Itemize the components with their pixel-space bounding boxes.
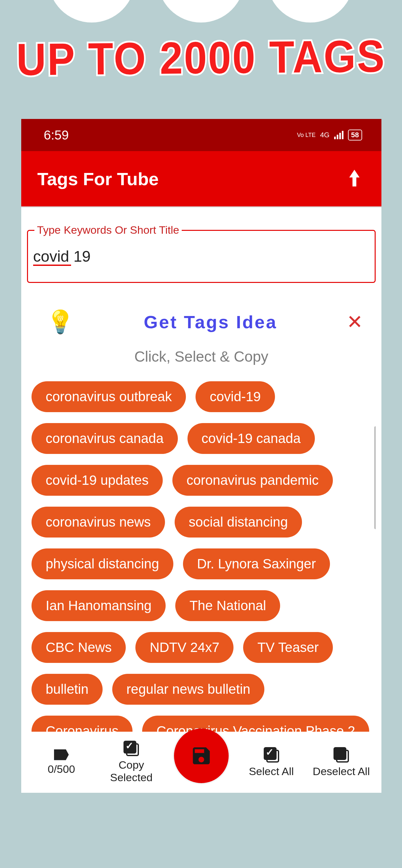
copy-selected-icon <box>123 741 139 756</box>
select-all-button[interactable]: Select All <box>236 747 307 778</box>
counter-item: 0/500 <box>26 749 96 775</box>
tag-chip[interactable]: regular news bulletin <box>112 674 265 705</box>
promo-headline: UP TO 2000 TAGS <box>0 31 402 85</box>
tag-chip[interactable]: physical distancing <box>32 549 173 579</box>
tag-chip[interactable]: CBC News <box>32 632 126 663</box>
app-bar: Tags For Tube <box>21 151 381 207</box>
tag-chip[interactable]: Dr. Lynora Saxinger <box>183 549 330 579</box>
tag-chip[interactable]: The National <box>175 590 280 621</box>
keyword-input-label: Type Keywords Or Short Title <box>34 224 182 236</box>
idea-subtitle: Click, Select & Copy <box>27 348 376 365</box>
network-4g-icon: 4G <box>320 131 329 139</box>
tag-chip[interactable]: coronavirus outbreak <box>32 381 186 412</box>
copy-selected-label: CopySelected <box>110 759 152 784</box>
deselect-all-label: Deselect All <box>313 765 370 778</box>
keyword-input[interactable] <box>33 248 370 265</box>
battery-icon: 58 <box>348 129 362 141</box>
bottom-bar: 0/500 CopySelected Select All <box>21 732 381 793</box>
deselect-all-icon <box>334 747 349 763</box>
tag-chip[interactable]: covid-19 <box>195 381 275 412</box>
decorative-circles <box>0 0 402 26</box>
tag-chip[interactable]: NDTV 24x7 <box>135 632 234 663</box>
counter-label: 0/500 <box>48 763 75 775</box>
bulb-icon: 💡 <box>46 309 74 335</box>
keyword-input-wrap[interactable]: Type Keywords Or Short Title <box>27 230 376 283</box>
tag-chip[interactable]: bulletin <box>32 674 102 705</box>
tag-chip[interactable]: covid-19 canada <box>187 423 315 454</box>
signal-icon <box>334 131 343 139</box>
save-fab[interactable] <box>174 728 229 783</box>
copy-selected-button[interactable]: CopySelected <box>96 741 166 784</box>
close-icon[interactable]: ✕ <box>347 311 363 333</box>
phone-frame: 6:59 Vo LTE 4G 58 Tags For Tube Type Key… <box>21 119 381 793</box>
tag-chip[interactable]: coronavirus news <box>32 507 165 537</box>
select-all-icon <box>264 747 279 763</box>
volte-icon: Vo LTE <box>297 132 315 137</box>
tag-icon <box>54 749 69 760</box>
save-icon <box>190 745 213 767</box>
select-all-label: Select All <box>249 765 294 778</box>
app-title: Tags For Tube <box>37 168 159 189</box>
tag-chip[interactable]: TV Teaser <box>243 632 333 663</box>
tag-chip[interactable]: coronavirus canada <box>32 423 178 454</box>
tag-chip[interactable]: coronavirus pandemic <box>173 465 333 496</box>
status-time: 6:59 <box>44 128 69 143</box>
scrollbar[interactable] <box>374 426 376 529</box>
idea-title: Get Tags Idea <box>74 311 347 333</box>
deselect-all-button[interactable]: Deselect All <box>306 747 376 778</box>
upload-icon[interactable] <box>347 168 362 189</box>
tag-chip[interactable]: covid-19 updates <box>32 465 163 496</box>
tag-chip[interactable]: Ian Hanomansing <box>32 590 166 621</box>
status-bar: 6:59 Vo LTE 4G 58 <box>21 119 381 151</box>
tag-chip[interactable]: social distancing <box>175 507 302 537</box>
